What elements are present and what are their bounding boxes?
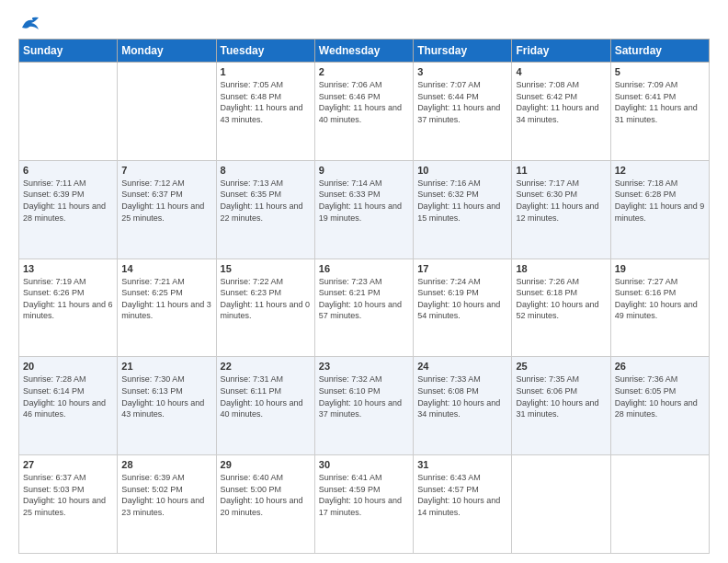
day-info: Sunrise: 7:14 AM Sunset: 6:33 PM Dayligh…: [319, 178, 409, 224]
day-number: 30: [319, 459, 409, 470]
day-info: Sunrise: 6:41 AM Sunset: 4:59 PM Dayligh…: [319, 472, 409, 518]
day-info: Sunrise: 7:08 AM Sunset: 6:42 PM Dayligh…: [516, 79, 606, 125]
day-info: Sunrise: 7:28 AM Sunset: 6:14 PM Dayligh…: [23, 373, 113, 419]
day-number: 17: [417, 263, 507, 274]
header: [18, 15, 710, 31]
day-info: Sunrise: 7:35 AM Sunset: 6:06 PM Dayligh…: [516, 373, 606, 419]
day-info: Sunrise: 7:23 AM Sunset: 6:21 PM Dayligh…: [319, 276, 409, 322]
day-number: 15: [221, 263, 311, 274]
day-cell: 16Sunrise: 7:23 AM Sunset: 6:21 PM Dayli…: [314, 259, 413, 357]
day-number: 23: [319, 361, 409, 372]
day-cell: 12Sunrise: 7:18 AM Sunset: 6:28 PM Dayli…: [610, 160, 709, 259]
day-info: Sunrise: 7:26 AM Sunset: 6:18 PM Dayligh…: [516, 276, 606, 322]
day-cell: [512, 455, 610, 554]
day-number: 13: [23, 263, 113, 274]
day-number: 8: [221, 165, 311, 176]
day-cell: 22Sunrise: 7:31 AM Sunset: 6:11 PM Dayli…: [216, 357, 314, 455]
week-row-3: 13Sunrise: 7:19 AM Sunset: 6:26 PM Dayli…: [19, 259, 710, 357]
day-number: 12: [615, 165, 705, 176]
day-cell: 30Sunrise: 6:41 AM Sunset: 4:59 PM Dayli…: [314, 455, 413, 554]
day-cell: 31Sunrise: 6:43 AM Sunset: 4:57 PM Dayli…: [414, 455, 512, 554]
day-info: Sunrise: 6:39 AM Sunset: 5:02 PM Dayligh…: [121, 472, 211, 518]
day-cell: 19Sunrise: 7:27 AM Sunset: 6:16 PM Dayli…: [610, 259, 709, 357]
day-number: 18: [516, 263, 606, 274]
day-number: 24: [417, 361, 507, 372]
week-row-2: 6Sunrise: 7:11 AM Sunset: 6:39 PM Daylig…: [19, 160, 710, 259]
day-info: Sunrise: 7:07 AM Sunset: 6:44 PM Dayligh…: [417, 79, 507, 125]
weekday-saturday: Saturday: [610, 40, 709, 63]
day-number: 22: [221, 361, 311, 372]
day-cell: 9Sunrise: 7:14 AM Sunset: 6:33 PM Daylig…: [314, 160, 413, 259]
day-cell: 3Sunrise: 7:07 AM Sunset: 6:44 PM Daylig…: [414, 63, 512, 161]
day-number: 9: [319, 165, 409, 176]
day-info: Sunrise: 7:33 AM Sunset: 6:08 PM Dayligh…: [417, 373, 507, 419]
week-row-1: 1Sunrise: 7:05 AM Sunset: 6:48 PM Daylig…: [19, 63, 710, 161]
day-cell: 7Sunrise: 7:12 AM Sunset: 6:37 PM Daylig…: [118, 160, 216, 259]
day-cell: 27Sunrise: 6:37 AM Sunset: 5:03 PM Dayli…: [19, 455, 118, 554]
day-number: 1: [221, 66, 311, 77]
day-info: Sunrise: 7:17 AM Sunset: 6:30 PM Dayligh…: [516, 178, 606, 224]
day-number: 29: [221, 459, 311, 470]
day-cell: 14Sunrise: 7:21 AM Sunset: 6:25 PM Dayli…: [118, 259, 216, 357]
day-cell: 8Sunrise: 7:13 AM Sunset: 6:35 PM Daylig…: [216, 160, 314, 259]
week-row-4: 20Sunrise: 7:28 AM Sunset: 6:14 PM Dayli…: [19, 357, 710, 455]
day-info: Sunrise: 7:18 AM Sunset: 6:28 PM Dayligh…: [615, 178, 705, 224]
day-cell: 1Sunrise: 7:05 AM Sunset: 6:48 PM Daylig…: [216, 63, 314, 161]
day-number: 21: [121, 361, 211, 372]
day-cell: 2Sunrise: 7:06 AM Sunset: 6:46 PM Daylig…: [314, 63, 413, 161]
day-cell: 28Sunrise: 6:39 AM Sunset: 5:02 PM Dayli…: [118, 455, 216, 554]
day-cell: 25Sunrise: 7:35 AM Sunset: 6:06 PM Dayli…: [512, 357, 610, 455]
day-cell: 29Sunrise: 6:40 AM Sunset: 5:00 PM Dayli…: [216, 455, 314, 554]
logo: [18, 15, 40, 31]
day-info: Sunrise: 6:37 AM Sunset: 5:03 PM Dayligh…: [23, 472, 113, 518]
weekday-monday: Monday: [118, 40, 216, 63]
day-number: 4: [516, 66, 606, 77]
day-cell: 21Sunrise: 7:30 AM Sunset: 6:13 PM Dayli…: [118, 357, 216, 455]
day-number: 2: [319, 66, 409, 77]
day-cell: [19, 63, 118, 161]
day-info: Sunrise: 7:24 AM Sunset: 6:19 PM Dayligh…: [417, 276, 507, 322]
day-info: Sunrise: 7:36 AM Sunset: 6:05 PM Dayligh…: [615, 373, 705, 419]
day-number: 31: [417, 459, 507, 470]
day-number: 16: [319, 263, 409, 274]
weekday-wednesday: Wednesday: [314, 40, 413, 63]
day-number: 20: [23, 361, 113, 372]
day-info: Sunrise: 6:43 AM Sunset: 4:57 PM Dayligh…: [417, 472, 507, 518]
day-info: Sunrise: 7:32 AM Sunset: 6:10 PM Dayligh…: [319, 373, 409, 419]
day-number: 27: [23, 459, 113, 470]
day-cell: 18Sunrise: 7:26 AM Sunset: 6:18 PM Dayli…: [512, 259, 610, 357]
day-info: Sunrise: 7:11 AM Sunset: 6:39 PM Dayligh…: [23, 178, 113, 224]
day-number: 7: [121, 165, 211, 176]
day-info: Sunrise: 7:31 AM Sunset: 6:11 PM Dayligh…: [221, 373, 311, 419]
day-info: Sunrise: 7:19 AM Sunset: 6:26 PM Dayligh…: [23, 276, 113, 322]
day-number: 28: [121, 459, 211, 470]
day-cell: 24Sunrise: 7:33 AM Sunset: 6:08 PM Dayli…: [414, 357, 512, 455]
day-cell: 26Sunrise: 7:36 AM Sunset: 6:05 PM Dayli…: [610, 357, 709, 455]
day-info: Sunrise: 7:21 AM Sunset: 6:25 PM Dayligh…: [121, 276, 211, 322]
day-info: Sunrise: 7:30 AM Sunset: 6:13 PM Dayligh…: [121, 373, 211, 419]
day-cell: 11Sunrise: 7:17 AM Sunset: 6:30 PM Dayli…: [512, 160, 610, 259]
day-info: Sunrise: 6:40 AM Sunset: 5:00 PM Dayligh…: [221, 472, 311, 518]
weekday-thursday: Thursday: [414, 40, 512, 63]
day-number: 25: [516, 361, 606, 372]
day-info: Sunrise: 7:22 AM Sunset: 6:23 PM Dayligh…: [221, 276, 311, 322]
day-cell: 23Sunrise: 7:32 AM Sunset: 6:10 PM Dayli…: [314, 357, 413, 455]
day-info: Sunrise: 7:12 AM Sunset: 6:37 PM Dayligh…: [121, 178, 211, 224]
day-number: 3: [417, 66, 507, 77]
day-cell: 13Sunrise: 7:19 AM Sunset: 6:26 PM Dayli…: [19, 259, 118, 357]
day-number: 19: [615, 263, 705, 274]
day-number: 10: [417, 165, 507, 176]
week-row-5: 27Sunrise: 6:37 AM Sunset: 5:03 PM Dayli…: [19, 455, 710, 554]
weekday-friday: Friday: [512, 40, 610, 63]
day-cell: [610, 455, 709, 554]
day-cell: 5Sunrise: 7:09 AM Sunset: 6:41 PM Daylig…: [610, 63, 709, 161]
day-number: 26: [615, 361, 705, 372]
day-info: Sunrise: 7:06 AM Sunset: 6:46 PM Dayligh…: [319, 79, 409, 125]
page: SundayMondayTuesdayWednesdayThursdayFrid…: [0, 0, 728, 563]
day-cell: 10Sunrise: 7:16 AM Sunset: 6:32 PM Dayli…: [414, 160, 512, 259]
logo-bird-icon: [20, 15, 40, 31]
calendar-table: SundayMondayTuesdayWednesdayThursdayFrid…: [18, 39, 710, 554]
day-info: Sunrise: 7:05 AM Sunset: 6:48 PM Dayligh…: [221, 79, 311, 125]
day-cell: [118, 63, 216, 161]
day-info: Sunrise: 7:09 AM Sunset: 6:41 PM Dayligh…: [615, 79, 705, 125]
